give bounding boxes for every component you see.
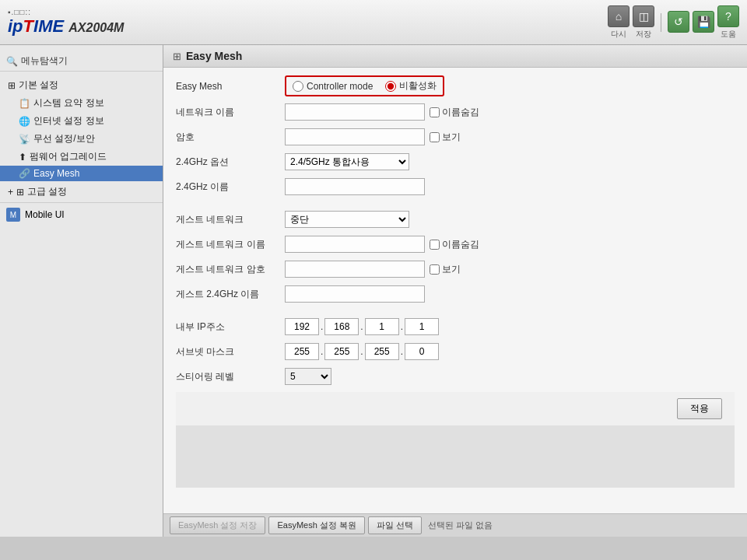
main-layout: 🔍 메뉴탐색기 ⊞ 기본 설정 📋 시스템 요약 정보 🌐 인터넷 설정 정보 … (0, 45, 747, 537)
sidebar-search: 🔍 메뉴탐색기 (0, 51, 163, 72)
content-body: Easy Mesh Controller mode 비활성화 (163, 68, 747, 513)
file-select-button[interactable]: 파일 선택 (368, 516, 422, 534)
ip-octet-2[interactable] (324, 318, 359, 335)
network-name-label: 네트워크 이름 (176, 106, 285, 119)
internet-label: 인터넷 설정 정보 (33, 114, 104, 128)
band-name-label: 2.4GHz 이름 (176, 180, 285, 194)
advanced-group-icon: + (8, 187, 13, 198)
steering-label: 스티어링 레벨 (176, 370, 285, 383)
password-control: 보기 (285, 128, 735, 145)
subnet-mask-label: 서브넷 마스크 (176, 345, 285, 359)
sidebar-item-firmware[interactable]: ⬆ 펌웨어 업그레이드 (0, 148, 163, 166)
save-button-header[interactable]: 💾 (693, 11, 714, 33)
guest-hide-checkbox[interactable] (430, 240, 440, 250)
controller-mode-radio[interactable]: Controller mode (293, 81, 373, 92)
hide-name-checkbox-group[interactable]: 이름숨김 (430, 106, 479, 119)
guest-name-label: 게스트 네트워크 이름 (176, 238, 285, 251)
deactivate-radio[interactable]: 비활성화 (385, 79, 437, 93)
wireless-label: 무선 설정/보안 (33, 132, 95, 145)
password-row: 암호 보기 (176, 128, 735, 146)
sidebar-item-summary[interactable]: 📋 시스템 요약 정보 (0, 94, 163, 112)
sidebar-item-internet[interactable]: 🌐 인터넷 설정 정보 (0, 112, 163, 130)
band-option-label: 2.4GHz 옵션 (176, 156, 285, 169)
guest-network-select[interactable]: 중단 사용 (285, 211, 409, 228)
network-name-control: 이름숨김 (285, 103, 735, 121)
mobile-ui-item[interactable]: M Mobile UI (0, 202, 163, 226)
band-name-input[interactable] (285, 178, 425, 195)
home-button[interactable]: ⌂ (608, 5, 630, 27)
steering-select[interactable]: 5 1 2 3 4 (285, 368, 331, 385)
easymesh-icon: 🔗 (19, 168, 30, 179)
guest-band-name-input[interactable] (285, 285, 425, 303)
guest-password-label: 게스트 네트워크 암호 (176, 263, 285, 276)
mobile-ui-icon-letter: M (10, 211, 16, 219)
help-label: 도움 (721, 29, 736, 40)
guest-name-input[interactable] (285, 236, 425, 253)
wireless-icon: 📡 (19, 134, 30, 145)
hide-name-checkbox[interactable] (430, 107, 440, 117)
ip-octet-3[interactable] (365, 318, 399, 335)
divider2 (176, 310, 735, 317)
deactivate-input[interactable] (385, 81, 396, 92)
steering-control: 5 1 2 3 4 (285, 368, 735, 385)
guest-password-control: 보기 (285, 261, 735, 278)
ip-octet-1[interactable] (285, 318, 319, 335)
apply-button[interactable]: 적용 (677, 398, 722, 419)
firmware-label: 펌웨어 업그레이드 (30, 150, 107, 163)
guest-hide-checkbox-group[interactable]: 이름숨김 (430, 238, 479, 251)
content-header-icon: ⊞ (173, 51, 181, 62)
mobile-ui-label: Mobile UI (25, 209, 65, 220)
restore-settings-button[interactable]: EasyMesh 설정 복원 (268, 516, 364, 534)
band-option-select[interactable]: 2.4/5GHz 통합사용 2.4GHz 별도사용 (285, 153, 409, 170)
deactivate-label: 비활성화 (399, 79, 437, 93)
content-header-title: Easy Mesh (186, 50, 242, 62)
controller-mode-input[interactable] (293, 81, 303, 92)
content-header: ⊞ Easy Mesh (163, 45, 747, 68)
help-button[interactable]: ? (717, 5, 739, 27)
header-title: ipTIME AX2004M (8, 16, 124, 37)
save2-button[interactable]: ◫ (633, 5, 654, 27)
easymesh-label: Easy Mesh (33, 168, 79, 179)
show-password-checkbox-group[interactable]: 보기 (430, 131, 461, 144)
search-icon: 🔍 (6, 56, 18, 67)
mask-dot-1: . (321, 346, 323, 357)
guest-show-checkbox-group[interactable]: 보기 (430, 263, 461, 276)
search-label: 메뉴탐색기 (21, 54, 68, 68)
network-name-input[interactable] (285, 103, 425, 121)
save2-label: 저장 (636, 29, 651, 40)
refresh-button[interactable]: ↺ (668, 11, 689, 33)
password-input[interactable] (285, 128, 425, 145)
sidebar-group-basic: ⊞ 기본 설정 📋 시스템 요약 정보 🌐 인터넷 설정 정보 📡 무선 설정/… (0, 76, 163, 181)
logo-time: TIME (23, 16, 65, 36)
sidebar-group-basic-header[interactable]: ⊞ 기본 설정 (0, 76, 163, 94)
mask-octet-1[interactable] (285, 343, 319, 360)
header: ▪.□□:: ipTIME AX2004M ⌂ 다시 ◫ 저장 ↺ 💾 ? 도움 (0, 0, 747, 45)
sidebar-item-easymesh[interactable]: 🔗 Easy Mesh (0, 166, 163, 181)
guest-password-input[interactable] (285, 261, 425, 278)
logo: ▪.□□:: ipTIME AX2004M (8, 8, 124, 37)
guest-show-checkbox[interactable] (430, 264, 440, 275)
steering-row: 스티어링 레벨 5 1 2 3 4 (176, 367, 735, 386)
mask-octet-2[interactable] (324, 343, 359, 360)
guest-show-label: 보기 (442, 263, 461, 276)
guest-password-row: 게스트 네트워크 암호 보기 (176, 260, 735, 278)
guest-network-row: 게스트 네트워크 중단 사용 (176, 210, 735, 229)
guest-band-name-control (285, 285, 735, 303)
mask-group: . . . (285, 343, 439, 360)
internet-icon: 🌐 (19, 116, 30, 127)
mode-radio-group: Controller mode 비활성화 (285, 75, 444, 96)
sidebar-group-advanced-header[interactable]: + ⊞ 고급 설정 (0, 183, 163, 201)
sidebar-group-advanced: + ⊞ 고급 설정 (0, 183, 163, 201)
ip-octet-4[interactable] (405, 318, 439, 335)
internal-ip-label: 내부 IP주소 (176, 320, 285, 334)
show-password-checkbox[interactable] (430, 132, 440, 142)
mask-octet-4[interactable] (405, 343, 439, 360)
mask-octet-3[interactable] (365, 343, 399, 360)
sidebar-item-wireless[interactable]: 📡 무선 설정/보안 (0, 130, 163, 148)
apply-footer: 적용 (176, 392, 735, 425)
mask-dot-2: . (360, 346, 363, 357)
easymesh-mode-control: Controller mode 비활성화 (285, 75, 735, 96)
easymesh-mode-row: Easy Mesh Controller mode 비활성화 (176, 75, 735, 96)
band-name-row: 2.4GHz 이름 (176, 177, 735, 196)
save-settings-button[interactable]: EasyMesh 설정 저장 (170, 516, 265, 534)
